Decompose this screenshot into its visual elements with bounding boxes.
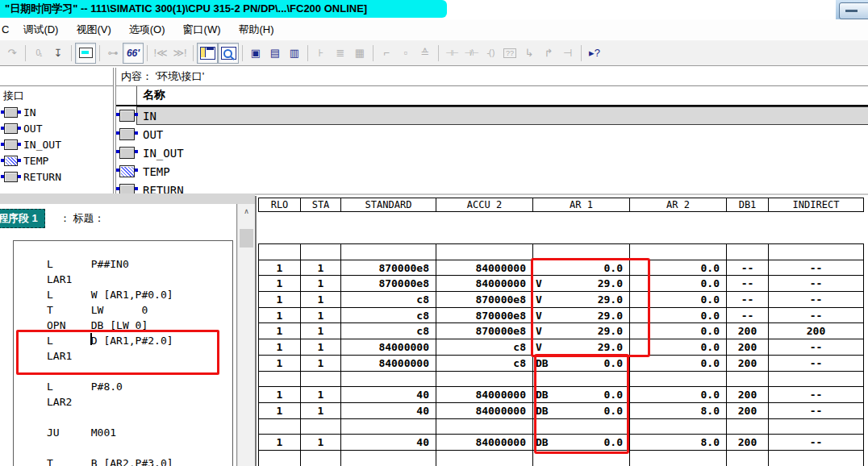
variable-icon [119,165,135,177]
variable-icon [4,156,18,166]
coil-icon[interactable]: -( ) [481,44,500,63]
minimize-button[interactable] [839,2,868,19]
editor-scrollbar[interactable]: ∧ [237,204,255,466]
status-cell: 1 [259,292,301,307]
menu-item-4[interactable]: 窗口(W) [174,21,230,39]
content-row-in_out[interactable]: IN_OUT [116,144,868,162]
menu-item-1[interactable]: 调试(D) [14,21,67,39]
status-cell [769,419,864,435]
column-header-indirect: INDIRECT [769,198,864,211]
status-cell: 200 [727,323,769,339]
step7-window: "日期时间学习" -- 111\SIMATIC 300(1)\CPU 315-2… [0,0,868,466]
horizontal-splitter-band[interactable] [0,193,255,205]
content-row-label: TEMP [137,165,170,178]
empty-box-icon[interactable]: ?? [500,44,520,63]
open-branch-icon[interactable]: ↳ [520,44,539,63]
status-cell [727,451,769,466]
content-row-out[interactable]: OUT [116,125,868,144]
redo-icon[interactable]: ↷ [2,44,22,63]
content-pane: 内容： '环境\接口' 名称 INOUTIN_OUTTEMPRETURN [115,68,868,193]
titlebar-corner [836,0,868,21]
tile-vertical-icon[interactable]: ▥ [285,44,304,63]
download-icon[interactable]: ↧ [48,44,68,63]
scroll-up-icon[interactable]: ∧ [238,204,255,218]
status-cell: 870000e8 [341,260,436,276]
vertical-splitter[interactable] [113,68,114,193]
variable-icon [4,123,18,134]
tree-item-out[interactable]: OUT [0,120,113,136]
content-row-in[interactable]: IN [116,106,868,125]
variable-icon [119,128,135,140]
node-address-icon[interactable]: ⊶ [103,44,123,63]
status-cell: 84000000 [436,387,533,402]
clear-window-icon [79,48,93,58]
tree-item-in[interactable]: IN [0,104,113,120]
status-cell [769,451,864,466]
status-cell: 1 [301,260,341,276]
status-cell: 1 [259,323,301,339]
status-bits-icon[interactable]: 0₁ [29,44,48,63]
call-structure-icon[interactable]: ≣ [331,44,350,63]
status-cell: 1 [301,403,341,418]
help-select-icon[interactable]: ▸? [585,44,604,63]
clear-window-icon[interactable] [75,43,96,64]
status-cell: c8 [341,308,436,323]
status-cell: 1 [259,308,301,323]
status-cell: c8 [436,339,533,355]
status-cell: 1 [259,356,301,371]
first-error-icon[interactable]: !≪ [151,44,170,63]
content-row-temp[interactable]: TEMP [116,162,868,181]
status-cell: 8.0 [630,435,727,450]
tile-horizontal-icon[interactable]: ▤ [265,44,285,63]
status-cell: 0.0 [630,356,727,371]
status-cell: 1 [259,435,301,450]
status-cell: 870000e8 [341,276,436,291]
annotation-box-ar1-upper [531,258,650,357]
tree-item-return[interactable]: RETURN [0,169,113,185]
close-branch-icon[interactable]: ↱ [539,44,558,63]
status-cell: 1 [259,260,301,276]
toolbar-separator [25,45,26,61]
data-grid-icon[interactable]: ▦ [350,44,369,63]
program-elements-icon[interactable]: ⊦ [311,44,331,63]
status-cell: 1 [301,292,341,307]
status-cell: -- [727,260,769,276]
stl-editor-pane[interactable]: 程序段 1 ： 标题： L P##IN0 LAR1 L W [AR1,P#0.0… [0,204,237,466]
status-cell: -- [769,260,864,276]
menu-item-2[interactable]: 视图(V) [67,21,119,39]
scrollbar-thumb[interactable] [240,229,253,248]
overview-pane-icon[interactable] [197,43,218,64]
menu-item-0[interactable]: C [0,21,14,39]
tree-item-label: RETURN [18,171,61,183]
status-cell [436,372,533,387]
menu-item-3[interactable]: 选项(O) [120,21,174,39]
detail-view-icon[interactable] [218,43,239,64]
overview-pane-icon [200,47,215,60]
status-cell: 200 [727,339,769,355]
monitor-glasses-icon[interactable]: 66′ [123,43,144,64]
status-cell: c8 [436,356,533,371]
connector-icon[interactable]: ⊣ [558,44,578,63]
menu-item-5[interactable]: 帮助(H) [230,21,283,39]
status-table-header: RLOSTASTANDARDACCU 2AR 1AR 2DB1INDIRECT [258,198,864,212]
tree-item-temp[interactable]: TEMP [0,152,113,169]
status-cell [341,419,436,435]
status-cell: 40 [341,435,436,450]
tree-item-in_out[interactable]: IN_OUT [0,136,113,152]
status-cell [301,451,341,466]
last-error-icon[interactable]: ≫! [170,44,190,63]
block-box-icon[interactable]: ▫ [396,44,415,63]
status-cell: 200 [727,435,769,450]
network-label[interactable]: 程序段 1 [0,209,45,228]
status-cell: c8 [341,323,436,339]
contact-nc-icon[interactable]: ⊣/⊢ [461,44,481,63]
cascade-windows-icon[interactable]: ▣ [246,44,265,63]
symbol-check-icon[interactable]: ≙ [415,44,435,63]
contact-no-icon[interactable]: ⊣⊢ [442,44,461,63]
status-cell: 870000e8 [436,292,533,307]
status-cell: -- [769,339,864,355]
status-cell: 84000000 [341,356,436,371]
status-cell: 40 [341,387,436,402]
jump-label-icon[interactable]: ⌐ [377,44,396,63]
column-header-db1: DB1 [727,198,769,211]
